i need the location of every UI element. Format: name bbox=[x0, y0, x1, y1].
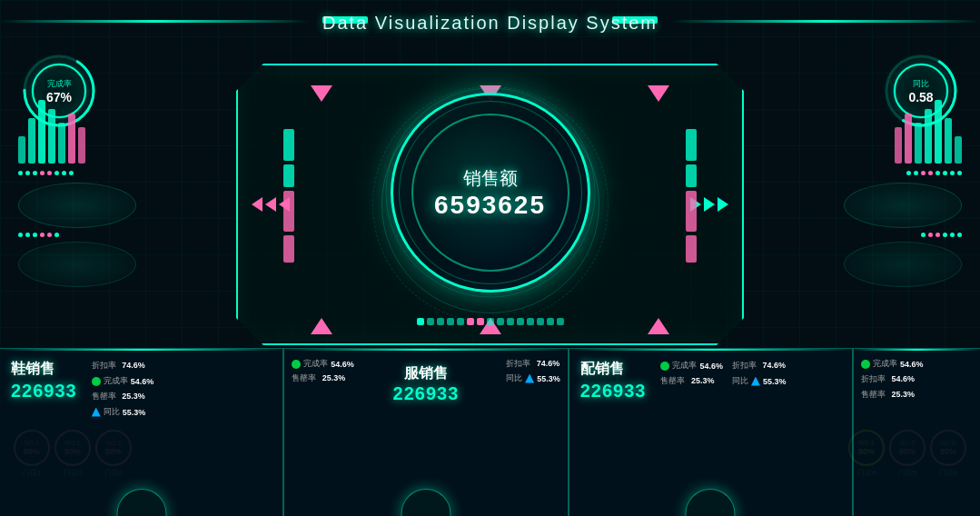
right-side-bars bbox=[686, 129, 697, 263]
panel-3-content: 配销售 226933 完成率 54.6% 售罄率 25.3% 折扣率 74.6% bbox=[580, 360, 841, 402]
panel-2-yoy: 同比 55.3% bbox=[506, 372, 560, 384]
panel-2-right-stats: 折扣率 74.6% 同比 55.3% bbox=[506, 358, 560, 384]
right-bars bbox=[817, 100, 962, 164]
panel-3-bottom-circle bbox=[686, 489, 736, 516]
right-dot-row bbox=[826, 171, 962, 175]
left-cloud bbox=[18, 183, 136, 228]
left-bars bbox=[18, 100, 163, 164]
triangle-top-right bbox=[648, 85, 669, 102]
panel-2-completion: 完成率 54.6% bbox=[292, 358, 354, 370]
panel-1-completion: 完成率 54.6% bbox=[92, 375, 154, 387]
panel-1-value: 226933 bbox=[11, 381, 77, 402]
panel-1-stats: 折扣率 74.6% 完成率 54.6% 售罄率 25.3% 同比 55.3% bbox=[92, 360, 154, 418]
panel-4-completion: 完成率 54.6% bbox=[861, 358, 973, 370]
panel-1-left: 鞋销售 226933 bbox=[11, 360, 77, 402]
panel-2-left-stats: 完成率 54.6% 售罄率 25.3% bbox=[292, 358, 354, 384]
center-panel: 销售额 6593625 bbox=[182, 45, 798, 345]
panel-top-line-4 bbox=[854, 349, 980, 351]
gauge-label-left: 完成率 bbox=[47, 78, 72, 90]
panel-1-discount-label: 折扣率 74.6% bbox=[92, 360, 154, 372]
header-title: Data Visualization Display System bbox=[322, 13, 658, 34]
panel-top-line-1 bbox=[0, 349, 282, 351]
panel-2-sales-rate: 售罄率 25.3% bbox=[292, 372, 354, 384]
panel-3-sales-rate: 售罄率 25.3% bbox=[660, 375, 723, 387]
right-side-deco bbox=[817, 91, 971, 291]
panel-3-completion: 完成率 54.6% bbox=[660, 360, 723, 372]
center-circle: 销售额 6593625 bbox=[391, 93, 590, 293]
panel-1-title: 鞋销售 bbox=[11, 360, 77, 379]
panel-4-sales-rate: 售罄率 25.3% bbox=[861, 389, 973, 401]
triangle-bottom-right bbox=[648, 318, 669, 334]
panel-2-bottom-circle bbox=[401, 489, 450, 516]
progress-row bbox=[417, 318, 564, 325]
panel-1-yoy: 同比 55.3% bbox=[92, 406, 154, 418]
panel-1-sales-rate: 售罄率 25.3% bbox=[92, 391, 154, 402]
panel-3-yoy: 同比 55.3% bbox=[732, 375, 787, 387]
left-side-deco bbox=[9, 91, 163, 291]
sales-value: 6593625 bbox=[434, 191, 546, 220]
panel-1-content: 鞋销售 226933 折扣率 74.6% 完成率 54.6% 售罄率 25.3% bbox=[11, 360, 272, 418]
panel-3-left: 配销售 226933 bbox=[580, 360, 647, 402]
panel-accessories: 配销售 226933 完成率 54.6% 售罄率 25.3% 折扣率 74.6% bbox=[569, 348, 853, 516]
triangle-top-left bbox=[311, 85, 332, 102]
header: Data Visualization Display System bbox=[0, 0, 980, 45]
center-circle-container: 销售额 6593625 bbox=[391, 93, 590, 293]
header-line-right bbox=[671, 20, 980, 23]
panel-top-line-3 bbox=[569, 349, 852, 351]
panel-4-discount: 折扣率 54.6% bbox=[861, 373, 973, 385]
left-side-bars bbox=[283, 129, 294, 263]
right-cloud bbox=[844, 183, 962, 228]
panel-3-right: 折扣率 74.6% 同比 55.3% bbox=[732, 360, 787, 387]
panel-2-value: 226933 bbox=[295, 383, 556, 404]
panel-2-discount: 折扣率 74.6% bbox=[506, 358, 560, 370]
panel-partial: 完成率 54.6% 折扣率 54.6% 售罄率 25.3% bbox=[853, 348, 980, 516]
panel-1-bottom-circle bbox=[116, 489, 166, 516]
gauge-label-right: 同比 bbox=[913, 78, 929, 90]
left-dot-row bbox=[18, 171, 154, 175]
right-cloud2 bbox=[844, 242, 962, 287]
panel-shoes: 鞋销售 226933 折扣率 74.6% 完成率 54.6% 售罄率 25.3% bbox=[0, 348, 283, 516]
panel-top-line-2 bbox=[284, 349, 567, 351]
right-dot-row2 bbox=[826, 233, 962, 237]
panel-3-value: 226933 bbox=[580, 381, 647, 402]
bottom-panels: 鞋销售 226933 折扣率 74.6% 完成率 54.6% 售罄率 25.3% bbox=[0, 348, 980, 516]
header-line-left bbox=[0, 20, 309, 23]
panel-clothing: 完成率 54.6% 售罄率 25.3% 服销售 226933 折扣率 74.6%… bbox=[283, 348, 568, 516]
panel-3-discount: 折扣率 74.6% bbox=[732, 360, 787, 372]
triangle-bottom-left bbox=[311, 318, 332, 334]
panel-3-title: 配销售 bbox=[580, 360, 647, 379]
left-dot-row2 bbox=[18, 233, 154, 237]
panel-4-stats: 完成率 54.6% 折扣率 54.6% 售罄率 25.3% bbox=[861, 358, 973, 401]
left-cloud2 bbox=[18, 242, 136, 287]
hex-frame: 销售额 6593625 bbox=[236, 64, 744, 345]
sales-label: 销售额 bbox=[463, 166, 518, 191]
panel-3-stats: 完成率 54.6% 售罄率 25.3% bbox=[660, 360, 723, 387]
